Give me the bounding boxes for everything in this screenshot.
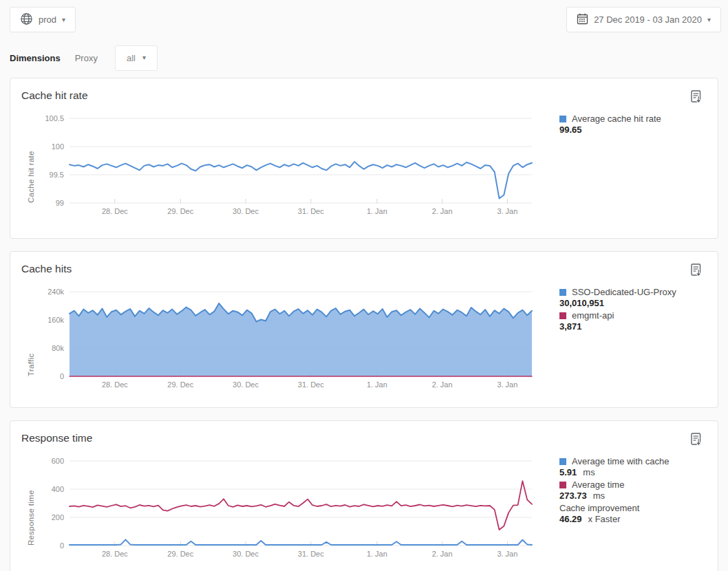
svg-text:2. Jan: 2. Jan (432, 380, 453, 389)
cache-hit-rate-card: Cache hit rate Cache hit rate 100.510099… (10, 78, 718, 239)
legend-swatch (559, 289, 566, 296)
legend-label: Average time with cache (572, 456, 669, 466)
legend-swatch (559, 312, 566, 319)
y-axis-title: Response time (27, 461, 35, 546)
calendar-icon (577, 13, 588, 27)
svg-text:28. Dec: 28. Dec (102, 380, 128, 389)
legend-value: 46.29x Faster (559, 514, 707, 526)
y-axis-title: Cache hit rate (27, 118, 35, 203)
legend-value: 3,871 (559, 321, 707, 333)
svg-text:31. Dec: 31. Dec (298, 550, 324, 558)
legend-item[interactable]: Average cache hit rate (559, 113, 707, 125)
environment-label: prod (39, 14, 56, 25)
card-title: Cache hit rate (21, 88, 707, 106)
svg-text:28. Dec: 28. Dec (102, 207, 128, 215)
response-time-card: Response time Response time 600400200028… (10, 420, 718, 571)
dimensions-bar: Dimensions Proxy all ▾ (0, 39, 728, 77)
svg-text:2. Jan: 2. Jan (432, 207, 453, 215)
legend-value: 99.65 (559, 125, 707, 136)
legend-value: 5.91ms (559, 467, 707, 479)
proxy-filter-dropdown[interactable]: all ▾ (115, 45, 158, 71)
response-time-chart[interactable]: 600400200028. Dec29. Dec30. Dec31. Dec1.… (21, 449, 544, 565)
svg-text:1. Jan: 1. Jan (367, 380, 387, 389)
svg-text:240k: 240k (47, 288, 64, 296)
legend-label: Average cache hit rate (572, 114, 661, 124)
date-range-picker[interactable]: 27 Dec 2019 - 03 Jan 2020 ▾ (566, 7, 721, 32)
legend-label: emgmt-api (572, 310, 614, 321)
svg-text:160k: 160k (47, 316, 64, 324)
cache-hit-rate-chart[interactable]: 100.510099.59928. Dec29. Dec30. Dec31. D… (21, 106, 544, 222)
export-report-icon[interactable] (689, 432, 704, 447)
chevron-down-icon: ▾ (62, 17, 65, 23)
export-report-icon[interactable] (689, 263, 704, 278)
svg-text:31. Dec: 31. Dec (298, 380, 324, 389)
legend-label: Cache improvement (559, 503, 639, 513)
svg-text:3. Jan: 3. Jan (497, 550, 517, 558)
chevron-down-icon: ▾ (707, 17, 711, 23)
svg-text:1. Jan: 1. Jan (367, 207, 387, 215)
environment-dropdown[interactable]: prod ▾ (10, 7, 76, 32)
svg-text:400: 400 (52, 485, 64, 493)
globe-icon (20, 12, 33, 28)
card-title: Response time (21, 431, 707, 449)
svg-text:29. Dec: 29. Dec (167, 550, 193, 558)
card-title: Cache hits (21, 261, 707, 279)
legend-item[interactable]: SSO-Dedicated-UG-Proxy (559, 286, 707, 298)
svg-text:99: 99 (56, 199, 64, 207)
svg-text:99.5: 99.5 (50, 171, 64, 179)
svg-text:29. Dec: 29. Dec (167, 207, 193, 215)
svg-text:28. Dec: 28. Dec (102, 550, 128, 558)
chart-legend: Average cache hit rate99.65 (544, 106, 707, 222)
svg-text:30. Dec: 30. Dec (233, 380, 259, 389)
svg-text:29. Dec: 29. Dec (167, 380, 193, 389)
svg-text:100.5: 100.5 (45, 114, 64, 122)
svg-text:1. Jan: 1. Jan (367, 550, 387, 558)
svg-text:80k: 80k (52, 344, 64, 352)
dimensions-label: Dimensions (10, 53, 61, 63)
legend-label: SSO-Dedicated-UG-Proxy (572, 287, 676, 297)
legend-item[interactable]: emgmt-api (559, 310, 707, 321)
chart-legend: Average time with cache5.91msAverage tim… (544, 449, 707, 565)
svg-text:200: 200 (52, 513, 64, 521)
proxy-filter-value: all (127, 53, 136, 63)
svg-text:30. Dec: 30. Dec (233, 550, 259, 558)
svg-text:0: 0 (60, 372, 64, 380)
legend-swatch (559, 458, 566, 465)
svg-text:31. Dec: 31. Dec (298, 207, 324, 215)
svg-text:2. Jan: 2. Jan (432, 550, 453, 558)
legend-swatch (559, 482, 566, 488)
svg-text:100: 100 (52, 142, 64, 151)
legend-label: Average time (572, 480, 624, 490)
legend-value: 30,010,951 (559, 298, 707, 310)
svg-text:600: 600 (52, 457, 64, 465)
legend-item[interactable]: Average time with cache (559, 455, 707, 467)
date-range-label: 27 Dec 2019 - 03 Jan 2020 (594, 14, 702, 25)
svg-text:30. Dec: 30. Dec (233, 207, 259, 215)
svg-text:3. Jan: 3. Jan (497, 207, 517, 215)
legend-item[interactable]: Average time (559, 479, 707, 491)
proxy-dimension-label[interactable]: Proxy (75, 53, 98, 63)
legend-item: Cache improvement (559, 502, 707, 514)
top-bar: prod ▾ 27 Dec 2019 - 03 Jan 2020 ▾ (0, 0, 728, 39)
legend-swatch (559, 116, 566, 122)
chart-legend: SSO-Dedicated-UG-Proxy30,010,951emgmt-ap… (544, 279, 707, 396)
chevron-down-icon: ▾ (142, 54, 146, 61)
export-report-icon[interactable] (689, 89, 704, 105)
cache-hits-chart[interactable]: 240k160k80k028. Dec29. Dec30. Dec31. Dec… (21, 279, 544, 396)
y-axis-title: Traffic (27, 292, 35, 376)
legend-value: 273.73ms (559, 491, 707, 502)
svg-text:3. Jan: 3. Jan (497, 380, 517, 389)
cache-hits-card: Cache hits Traffic 240k160k80k028. Dec29… (10, 251, 718, 408)
svg-text:0: 0 (60, 541, 64, 550)
